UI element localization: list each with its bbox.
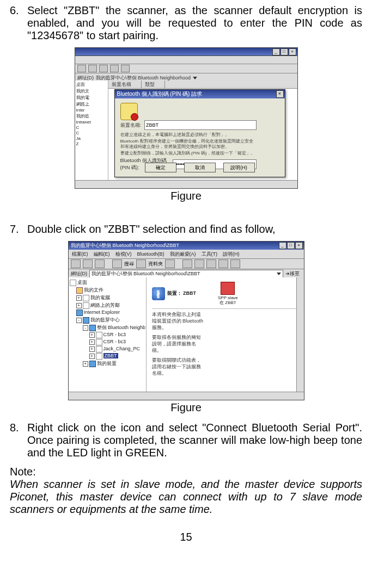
expand-icon[interactable]: + (76, 303, 82, 308)
vertical-scrollbar[interactable] (296, 277, 304, 392)
close-icon[interactable]: × (295, 242, 303, 249)
fig2-tree[interactable]: 桌面 我的文件 +我的電腦 +網路上的芳鄰 Internet Explorer … (69, 277, 147, 392)
toolbar-up-icon[interactable] (95, 259, 105, 268)
tree-item[interactable]: Inter (76, 108, 107, 113)
menu-view[interactable]: 檢視(V) (115, 251, 132, 258)
toolbar-forward-icon[interactable] (88, 65, 97, 72)
minimize-icon[interactable]: _ (279, 242, 286, 249)
menu-help[interactable]: 說明(H) (223, 251, 240, 258)
bt-neighborhood-icon (89, 325, 96, 331)
toolbar-copy-icon[interactable] (194, 259, 204, 268)
tree-item[interactable]: Ja (76, 136, 107, 141)
device-name: ZBBT (183, 290, 196, 296)
tree-item[interactable]: C (76, 131, 107, 135)
pin-dialog-title-text: Bluetooth 個人識別碼 (PIN 碼) 請求 (117, 91, 203, 97)
menu-tools[interactable]: 工具(T) (202, 251, 218, 258)
spp-service[interactable]: SPP slave 在 ZBBT (218, 282, 238, 305)
tree-item[interactable]: 我的電 (76, 95, 107, 101)
expand-icon[interactable]: + (89, 339, 95, 345)
tree-item[interactable]: 網路上 (76, 101, 107, 107)
tree-item[interactable]: 我的文 (76, 88, 107, 94)
step-8: 8. Right click on the icon and select "C… (10, 422, 362, 459)
fig2-title-text: 我的藍芽中心\整個 Bluetooth Neighborhood\ZBBT (71, 243, 180, 248)
my-device-icon (89, 361, 96, 367)
toolbar-delete-icon[interactable] (206, 259, 216, 268)
spp-line2: 在 ZBBT (219, 300, 236, 305)
fig2-menubar: 檔案(E) 編輯(E) 檢視(V) Bluetooth(B) 我的最愛(A) 工… (69, 250, 304, 259)
menu-file[interactable]: 檔案(E) (72, 251, 88, 258)
tree-item[interactable]: 桌面 (76, 82, 107, 88)
go-button[interactable]: ➔移至 (285, 270, 302, 277)
tree-bluetooth[interactable]: -我的藍芽中心 (70, 317, 145, 324)
toolbar-search-icon[interactable] (112, 259, 122, 268)
fig1-tree[interactable]: 桌面 我的文 我的電 網路上 Inter 我的藍 Intranet C C Ja… (75, 81, 108, 181)
fig2-content: ∦ 裝置： ZBBT SPP slave 在 ZBBT (147, 277, 304, 392)
divider (152, 308, 298, 309)
toolbar-up-icon[interactable] (99, 65, 108, 72)
tree-my-computer[interactable]: +我的電腦 (70, 294, 145, 301)
tree-item[interactable]: C (76, 125, 107, 130)
fig1-col1[interactable]: 裝置名稱 (108, 81, 142, 88)
dialog-para-3: 要建立配對關係，請輸入個人識別碼 (PIN 碼)，然後按一下「確定」。 (120, 151, 257, 156)
ok-button[interactable]: 確定 (145, 163, 176, 172)
pin-dialog: Bluetooth 個人識別碼 (PIN 碼) 請求 × 裝置名稱: 在建立連線… (114, 89, 285, 177)
menu-edit[interactable]: 編輯(E) (94, 251, 110, 258)
info-para-2: 要取得各個服務的簡短 說明，請選擇服務名 稱。 (147, 334, 304, 354)
tree-jack-pc[interactable]: +Jack_Chang_PC (70, 346, 145, 352)
toolbar-search-label[interactable]: 搜尋 (124, 261, 134, 268)
fig1-menubar (75, 56, 297, 64)
maximize-icon[interactable]: □ (280, 48, 288, 55)
dropdown-icon[interactable] (277, 273, 281, 275)
step-8-number: 8. (10, 422, 27, 434)
tree-item[interactable]: Intranet (76, 120, 107, 125)
tree-csr-2[interactable]: +CSR - bc3 (70, 339, 145, 345)
expand-icon[interactable]: + (76, 295, 82, 301)
toolbar-back-icon[interactable] (77, 65, 86, 72)
device-name-input[interactable] (144, 120, 256, 130)
toolbar-folders-icon[interactable] (136, 259, 146, 268)
tree-bt-neighborhood[interactable]: -整個 Bluetooth Neighb (70, 324, 145, 331)
minimize-icon[interactable]: _ (272, 48, 280, 55)
toolbar-move-icon[interactable] (182, 259, 192, 268)
tree-desktop[interactable]: 桌面 (70, 279, 145, 286)
tree-my-docs[interactable]: 我的文件 (70, 287, 145, 294)
tree-csr-1[interactable]: +CSR - bc3 (70, 332, 145, 338)
menu-favorites[interactable]: 我的最愛(A) (170, 251, 196, 258)
toolbar-forward-icon[interactable] (83, 259, 93, 268)
device-name-label: 裝置名稱: (120, 122, 142, 129)
toolbar-folders-label[interactable]: 資料夾 (148, 261, 163, 268)
cancel-button[interactable]: 取消 (184, 163, 216, 172)
dropdown-icon[interactable] (193, 77, 197, 79)
expand-icon[interactable]: + (89, 354, 95, 359)
menu-bluetooth[interactable]: Bluetooth(B) (137, 251, 164, 257)
step-7: 7. Double click on "ZBBT" selection and … (10, 223, 362, 236)
tree-zbbt[interactable]: +ZBBT (70, 353, 145, 360)
expand-icon[interactable]: + (89, 346, 95, 352)
toolbar-views-icon[interactable] (230, 259, 240, 268)
close-icon[interactable]: × (289, 48, 296, 55)
collapse-icon[interactable]: - (76, 318, 82, 323)
device-icon (96, 339, 102, 345)
tree-ie[interactable]: Internet Explorer (70, 310, 145, 316)
dialog-para-2: Bluetooth 配對程序會建立一個機密金鑰，同化在連接裝置間建立安全和有連線… (120, 139, 257, 150)
help-button[interactable]: 說明(H) (223, 163, 255, 172)
dialog-close-icon[interactable]: × (276, 90, 284, 98)
figure-1-caption: Figure (10, 190, 362, 202)
tree-item[interactable]: Z (76, 141, 107, 146)
device-label: 裝置： (167, 290, 182, 296)
toolbar-undo-icon[interactable] (218, 259, 228, 268)
collapse-icon[interactable]: - (83, 325, 88, 331)
toolbar-folders-icon[interactable] (121, 65, 130, 72)
fig1-col2[interactable]: 類型 (142, 81, 165, 88)
toolbar-search-icon[interactable] (110, 65, 119, 72)
tree-item[interactable]: 我的藍 (76, 113, 107, 119)
maximize-icon[interactable]: □ (287, 242, 295, 249)
tree-network[interactable]: +網路上的芳鄰 (70, 302, 145, 309)
toolbar-back-icon[interactable] (71, 259, 81, 268)
fig2-addr-label: 網址(D) (71, 270, 88, 277)
tree-my-device[interactable]: +我的裝置 (70, 360, 145, 367)
expand-icon[interactable]: + (89, 332, 95, 338)
dialog-buttons: 確定 取消 說明(H) (115, 163, 285, 172)
expand-icon[interactable]: + (83, 361, 88, 367)
toolbar-history-icon[interactable] (165, 259, 175, 268)
